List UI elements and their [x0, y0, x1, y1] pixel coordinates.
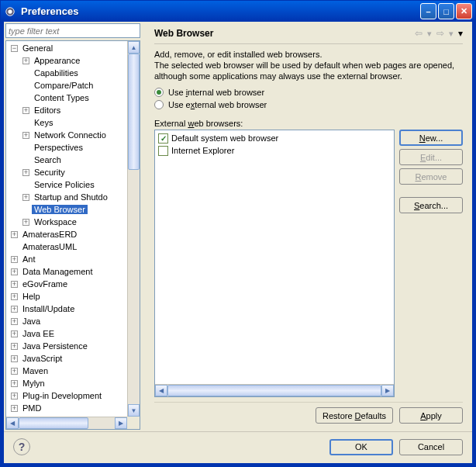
tree-item[interactable]: +Editors — [6, 104, 127, 116]
list-item[interactable]: Internet Explorer — [157, 144, 392, 157]
minimize-button[interactable]: – — [420, 3, 436, 19]
help-icon[interactable]: ? — [13, 438, 30, 455]
expand-spacer — [22, 206, 29, 213]
expand-spacer — [22, 119, 29, 126]
tree-item[interactable]: Web Browser — [6, 203, 127, 216]
cancel-button[interactable]: Cancel — [399, 439, 463, 455]
expand-icon[interactable]: + — [11, 256, 18, 263]
scroll-thumb[interactable] — [128, 54, 140, 170]
tree-item-label: Plug-in Development — [20, 391, 104, 400]
maximize-button[interactable]: □ — [438, 3, 454, 19]
back-arrow-icon[interactable]: ⇦ — [415, 28, 423, 39]
expand-icon[interactable]: + — [11, 281, 18, 288]
tree-item-label: AmaterasUML — [20, 242, 79, 251]
expand-spacer — [22, 144, 29, 151]
expand-icon[interactable]: + — [11, 231, 18, 238]
new-button[interactable]: New... — [399, 130, 463, 146]
scroll-right-icon[interactable]: ▶ — [381, 385, 394, 396]
browsers-listbox[interactable]: ✓Default system web browserInternet Expl… — [154, 130, 395, 397]
expand-icon[interactable]: + — [11, 380, 18, 387]
tree-item[interactable]: Compare/Patch — [6, 79, 127, 92]
tree-item[interactable]: +Java — [6, 315, 127, 327]
tree-item[interactable]: Perspectives — [6, 141, 127, 154]
tree-item[interactable]: +Install/Update — [6, 303, 127, 315]
ok-button[interactable]: OK — [329, 439, 393, 455]
expand-icon[interactable]: + — [22, 219, 29, 226]
tree-item-label: JavaScript — [20, 354, 64, 363]
tree-item[interactable]: +PMD — [6, 402, 127, 414]
tree-item[interactable]: +Java Persistence — [6, 340, 127, 352]
tree-item[interactable]: Service Policies — [6, 178, 127, 191]
checkbox-icon[interactable] — [158, 146, 168, 156]
tree-item[interactable]: +Help — [6, 290, 127, 303]
expand-icon[interactable]: + — [11, 293, 18, 300]
expand-icon[interactable]: + — [11, 268, 18, 275]
expand-icon[interactable]: + — [22, 57, 29, 64]
scroll-left-icon[interactable]: ◀ — [6, 417, 19, 429]
tree-item[interactable]: AmaterasUML — [6, 240, 127, 253]
tree-item[interactable]: +JavaScript — [6, 352, 127, 365]
expand-icon[interactable]: + — [11, 318, 18, 325]
radio-internal[interactable]: Use internal web browser — [154, 88, 463, 97]
tree-item[interactable]: +Maven — [6, 365, 127, 377]
expand-spacer — [22, 82, 29, 89]
tree-item[interactable]: Content Types — [6, 92, 127, 104]
expand-icon[interactable]: + — [22, 169, 29, 176]
tree-item[interactable]: Keys — [6, 116, 127, 129]
scroll-thumb[interactable] — [19, 417, 88, 429]
tree-item[interactable]: Capabilities — [6, 67, 127, 79]
tree-item[interactable]: +Network Connectio — [6, 129, 127, 141]
tree-vertical-scrollbar[interactable]: ▲ ▼ — [127, 41, 140, 417]
collapse-icon[interactable]: − — [11, 45, 18, 52]
tree-item[interactable]: +Data Management — [6, 265, 127, 278]
tree-item-label: AmaterasERD — [20, 230, 79, 239]
expand-icon[interactable]: + — [11, 393, 18, 400]
tree-item[interactable]: +Security — [6, 166, 127, 178]
expand-icon[interactable]: + — [22, 107, 29, 114]
tree-item-label: Service Policies — [32, 180, 97, 189]
scroll-right-icon[interactable]: ▶ — [115, 417, 127, 429]
tree-item[interactable]: +Plug-in Development — [6, 389, 127, 402]
expand-icon[interactable]: + — [11, 368, 18, 375]
edit-button[interactable]: Edit... — [399, 149, 463, 165]
tree-item[interactable]: +Appearance — [6, 54, 127, 67]
tree-item[interactable]: Search — [6, 154, 127, 166]
tree-item[interactable]: −General — [6, 42, 127, 54]
apply-button[interactable]: Apply — [399, 407, 463, 424]
checkbox-icon[interactable]: ✓ — [158, 133, 168, 144]
tree-item[interactable]: +Startup and Shutdo — [6, 191, 127, 203]
expand-icon[interactable]: + — [11, 330, 18, 337]
tree-item[interactable]: +eGovFrame — [6, 278, 127, 290]
radio-internal-label: Use internal web browser — [168, 88, 264, 97]
expand-icon[interactable]: + — [11, 343, 18, 350]
close-button[interactable]: ✕ — [456, 3, 472, 19]
radio-external[interactable]: Use external web browser — [154, 100, 463, 109]
expand-icon[interactable]: + — [11, 355, 18, 362]
list-item[interactable]: ✓Default system web browser — [157, 132, 392, 144]
scroll-left-icon[interactable]: ◀ — [155, 385, 167, 396]
tree-item[interactable]: +Ant — [6, 253, 127, 265]
tree-item[interactable]: +Workspace — [6, 216, 127, 228]
titlebar[interactable]: Preferences – □ ✕ — [1, 1, 475, 22]
filter-input[interactable] — [5, 23, 140, 38]
restore-defaults-button[interactable]: Restore Defaults — [316, 407, 393, 424]
expand-icon[interactable]: + — [22, 194, 29, 201]
listbox-horizontal-scrollbar[interactable]: ◀ ▶ — [155, 384, 394, 396]
tree-horizontal-scrollbar[interactable]: ◀ ▶ — [6, 417, 127, 429]
scroll-thumb[interactable] — [167, 385, 381, 396]
forward-arrow-icon[interactable]: ⇨ — [436, 28, 444, 39]
scroll-down-icon[interactable]: ▼ — [128, 404, 140, 417]
expand-icon[interactable]: + — [11, 306, 18, 313]
search-button[interactable]: Search... — [399, 197, 463, 213]
tree-item[interactable]: +Mylyn — [6, 377, 127, 389]
tree-item-label: Web Browser — [32, 205, 88, 214]
remove-button[interactable]: Remove — [399, 168, 463, 185]
expand-icon[interactable]: + — [22, 132, 29, 139]
tree-item[interactable]: +Java EE — [6, 327, 127, 340]
scroll-up-icon[interactable]: ▲ — [128, 41, 140, 54]
tree-item[interactable]: +AmaterasERD — [6, 228, 127, 240]
preferences-tree[interactable]: −General+AppearanceCapabilitiesCompare/P… — [5, 40, 140, 430]
menu-dropdown-icon[interactable]: ▾ — [458, 28, 463, 39]
radio-external-label: Use external web browser — [168, 100, 267, 109]
expand-icon[interactable]: + — [11, 405, 18, 412]
